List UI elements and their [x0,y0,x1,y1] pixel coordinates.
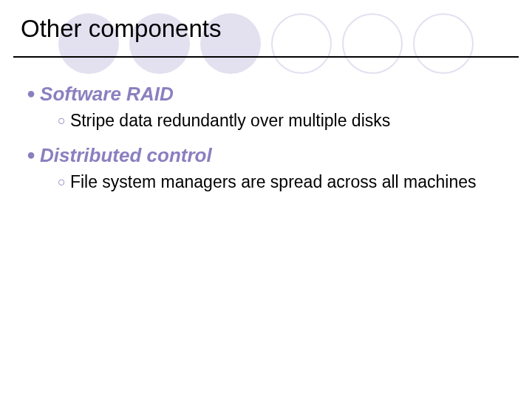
title-underline [13,56,519,58]
circle-icon [413,13,474,74]
bullet-level1-text: Distributed control [40,144,212,166]
bullet-level1-text: Software RAID [40,83,174,105]
bullet-level2-text: Stripe data redundantly over multiple di… [70,111,390,130]
bullet-ring-icon: ○ [58,113,66,128]
circle-icon [271,13,332,74]
bullet-level1: ●Distributed control [27,143,505,168]
bullet-level1: ●Software RAID [27,81,505,107]
bullet-level2: ○File system managers are spread across … [58,171,505,194]
slide-title: Other components [21,15,221,43]
bullet-dot-icon: ● [27,146,35,163]
bullet-level2: ○Stripe data redundantly over multiple d… [58,110,505,132]
circle-icon [342,13,403,74]
bullet-ring-icon: ○ [58,174,66,189]
bullet-dot-icon: ● [27,85,35,101]
bullet-level2-text: File system managers are spread across a… [70,172,477,191]
slide-content: ●Software RAID ○Stripe data redundantly … [27,81,505,204]
